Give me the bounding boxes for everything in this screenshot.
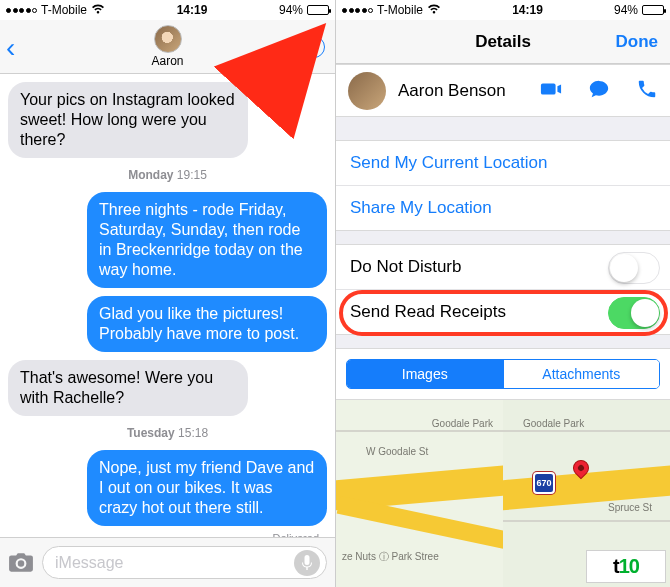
signal-dots-icon (342, 8, 373, 13)
call-icon[interactable] (636, 78, 658, 104)
map-label: Spruce St (608, 502, 652, 513)
media-tile-map[interactable]: Goodale Park W Goodale St ze Nuts ⓘ Park… (336, 400, 503, 587)
contact-name[interactable]: Aaron (151, 54, 183, 68)
carrier-label: T-Mobile (377, 3, 423, 17)
mic-icon[interactable] (294, 550, 320, 576)
message-input[interactable]: iMessage (42, 546, 327, 579)
segment-attachments[interactable]: Attachments (503, 360, 660, 388)
contact-full-name: Aaron Benson (398, 81, 528, 101)
wifi-icon (91, 3, 105, 18)
send-read-receipts-row: Send Read Receipts (336, 290, 670, 335)
message-bubble-outgoing[interactable]: Nope, just my friend Dave and I out on o… (87, 450, 327, 526)
timestamp: Monday 19:15 (8, 168, 327, 182)
timestamp: Tuesday 15:18 (8, 426, 327, 440)
interstate-badge: 670 (533, 472, 555, 494)
section-spacer (336, 231, 670, 245)
details-header: Details Done (336, 20, 670, 64)
battery-icon (642, 5, 664, 15)
clock: 14:19 (512, 3, 543, 17)
wifi-icon (427, 3, 441, 18)
message-bubble-outgoing[interactable]: Three nights - rode Friday, Saturday, Su… (87, 192, 327, 288)
battery-pct: 94% (279, 3, 303, 17)
map-label: ze Nuts ⓘ Park Stree (342, 550, 439, 564)
message-bubble-outgoing[interactable]: Glad you like the pictures! Probably hav… (87, 296, 327, 352)
back-chevron-icon[interactable]: ‹ (6, 32, 15, 64)
carrier-label: T-Mobile (41, 3, 87, 17)
camera-icon[interactable] (8, 552, 34, 574)
media-segment: Images Attachments (346, 359, 660, 389)
read-receipts-label: Send Read Receipts (350, 302, 506, 322)
battery-pct: 94% (614, 3, 638, 17)
message-row: That's awesome! Were you with Rachelle? (8, 356, 327, 420)
clock: 14:19 (177, 3, 208, 17)
message-row: Three nights - rode Friday, Saturday, Su… (8, 188, 327, 292)
media-segment-wrap: Images Attachments (336, 349, 670, 400)
info-button[interactable]: i (303, 36, 325, 58)
message-row: Your pics on Instagram looked sweet! How… (8, 78, 327, 162)
do-not-disturb-row: Do Not Disturb (336, 245, 670, 290)
message-icon[interactable] (588, 78, 610, 104)
map-label: Goodale Park (523, 418, 584, 429)
send-read-receipts-toggle[interactable] (608, 297, 660, 329)
section-spacer (336, 335, 670, 349)
share-my-location-button[interactable]: Share My Location (336, 186, 670, 231)
details-screen: T-Mobile 14:19 94% Details Done Aaron Be… (335, 0, 670, 587)
contact-row[interactable]: Aaron Benson (336, 64, 670, 117)
facetime-icon[interactable] (540, 78, 562, 104)
signal-dots-icon (6, 8, 37, 13)
page-title: Details (475, 32, 531, 52)
message-input-bar: iMessage (0, 537, 335, 587)
message-placeholder: iMessage (55, 554, 123, 572)
do-not-disturb-toggle[interactable] (608, 252, 660, 284)
send-current-location-button[interactable]: Send My Current Location (336, 141, 670, 186)
done-button[interactable]: Done (616, 32, 659, 52)
message-bubble-incoming[interactable]: That's awesome! Were you with Rachelle? (8, 360, 248, 416)
message-bubble-incoming[interactable]: Your pics on Instagram looked sweet! How… (8, 82, 248, 158)
avatar[interactable] (154, 25, 182, 53)
map-label: Goodale Park (432, 418, 493, 429)
chat-body: Your pics on Instagram looked sweet! How… (0, 74, 335, 537)
dnd-label: Do Not Disturb (350, 257, 461, 277)
segment-images[interactable]: Images (347, 360, 503, 388)
messages-screen: T-Mobile 14:19 94% ‹ Aaron i Your pics o… (0, 0, 335, 587)
status-bar: T-Mobile 14:19 94% (336, 0, 670, 20)
battery-icon (307, 5, 329, 15)
map-label: W Goodale St (366, 446, 428, 457)
message-row: Nope, just my friend Dave and I out on o… (8, 446, 327, 530)
status-bar: T-Mobile 14:19 94% (0, 0, 335, 20)
message-row: Glad you like the pictures! Probably hav… (8, 292, 327, 356)
chat-header: ‹ Aaron i (0, 20, 335, 74)
section-spacer (336, 117, 670, 141)
watermark-logo: t10 (586, 550, 666, 583)
avatar (348, 72, 386, 110)
